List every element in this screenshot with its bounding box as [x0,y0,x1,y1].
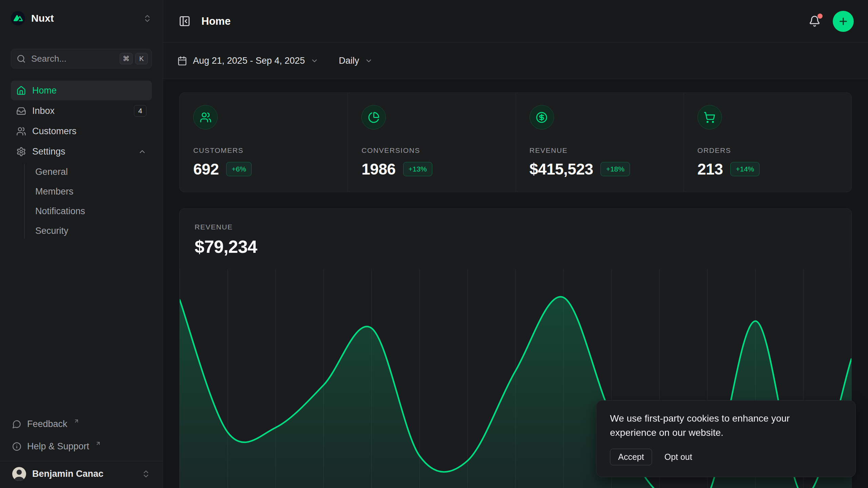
workspace-name: Nuxt [31,13,137,24]
chevrons-up-down-icon [143,14,152,23]
sidebar-item-home[interactable]: Home [11,81,152,100]
sidebar-item-security[interactable]: Security [11,221,152,241]
collapse-sidebar-button[interactable] [177,14,192,28]
dollar-circle-icon [530,105,554,129]
search-input[interactable]: Search... ⌘ K [11,49,152,68]
sidebar-item-general[interactable]: General [11,162,152,182]
sidebar-spacer [11,241,152,414]
cookie-message: We use first-party cookies to enhance yo… [610,411,827,440]
stats-grid: CUSTOMERS 692 +6% CONVERSIONS 1986 +13% [179,93,852,192]
cookie-banner: We use first-party cookies to enhance yo… [596,400,856,477]
sub-item-label: Members [35,186,74,197]
stat-card-revenue[interactable]: REVENUE $415,523 +18% [516,93,684,192]
stat-value: 213 [697,160,723,178]
user-menu[interactable]: Benjamin Canac [11,461,152,488]
chevron-down-icon [311,57,318,65]
date-range-picker[interactable]: Aug 21, 2025 - Sep 4, 2025 [177,56,318,66]
page-title: Home [201,15,231,27]
stat-delta-badge: +13% [403,162,432,176]
notification-dot [817,14,823,19]
inbox-count-badge: 4 [134,105,146,117]
pie-chart-icon [361,105,386,129]
optout-cookies-button[interactable]: Opt out [664,452,692,462]
shopping-cart-icon [697,105,722,129]
sidebar-item-label: Inbox [32,106,55,116]
sidebar-item-label: Settings [32,146,65,157]
sub-item-label: General [35,167,68,177]
users-icon [16,126,26,136]
sidebar-item-label: Customers [32,126,77,137]
kbd-k: K [135,53,148,64]
search-shortcut: ⌘ K [120,53,148,64]
chevrons-up-down-icon [141,469,151,479]
stat-label: REVENUE [530,146,670,155]
chevron-up-icon [138,147,146,156]
sub-item-label: Notifications [35,206,85,217]
cookie-actions: Accept Opt out [610,449,842,465]
help-support-label: Help & Support [27,441,89,452]
user-name: Benjamin Canac [32,469,135,479]
message-bubble-icon [12,420,21,429]
sidebar-item-inbox[interactable]: Inbox 4 [11,101,152,121]
sidebar-nav: Home Inbox 4 Customers Settings [11,81,152,241]
sidebar-item-notifications[interactable]: Notifications [11,201,152,221]
stat-value: 1986 [361,160,395,178]
nuxt-logo-icon [11,11,25,25]
help-support-link[interactable]: Help & Support [11,436,152,456]
topbar-actions [807,11,854,32]
filter-toolbar: Aug 21, 2025 - Sep 4, 2025 Daily [163,43,868,79]
external-link-icon [74,418,79,424]
chevron-down-icon [365,57,373,65]
calendar-icon [177,56,187,66]
chart-header: REVENUE $79,234 [180,209,851,257]
stat-label: CUSTOMERS [193,146,334,155]
sidebar-item-settings[interactable]: Settings [11,142,152,161]
stat-delta-badge: +18% [600,162,630,176]
stat-label: CONVERSIONS [361,146,502,155]
granularity-value: Daily [339,56,359,66]
feedback-link[interactable]: Feedback [11,414,152,434]
plus-icon [838,16,849,27]
notifications-button[interactable] [807,14,822,28]
sidebar: Nuxt Search... ⌘ K Home [0,0,163,488]
kbd-meta: ⌘ [120,53,133,64]
info-circle-icon [12,442,21,451]
granularity-select[interactable]: Daily [339,56,373,66]
users-icon [193,105,218,129]
panel-left-close-icon [179,15,191,27]
sidebar-item-members[interactable]: Members [11,182,152,201]
workspace-switcher[interactable]: Nuxt [11,9,152,27]
inbox-icon [16,106,26,116]
avatar [12,467,26,481]
stat-card-orders[interactable]: ORDERS 213 +14% [684,93,851,192]
topbar: Home [163,0,868,43]
stat-delta-badge: +14% [730,162,760,176]
add-button[interactable] [833,11,854,32]
search-placeholder: Search... [31,54,114,64]
chart-total-value: $79,234 [195,237,836,257]
settings-subnav: General Members Notifications Security [11,162,152,241]
external-link-icon [95,441,101,446]
accept-cookies-button[interactable]: Accept [610,449,652,465]
sidebar-footer-links: Feedback Help & Support [11,414,152,461]
sidebar-item-customers[interactable]: Customers [11,121,152,141]
home-icon [16,86,26,96]
stat-card-customers[interactable]: CUSTOMERS 692 +6% [180,93,348,192]
search-icon [17,54,26,63]
date-range-value: Aug 21, 2025 - Sep 4, 2025 [193,56,305,66]
stat-value: $415,523 [530,160,593,178]
chart-title: REVENUE [195,223,836,231]
stat-value: 692 [193,160,219,178]
feedback-label: Feedback [27,419,67,429]
stat-delta-badge: +6% [226,162,252,176]
sub-item-label: Security [35,226,68,236]
sidebar-item-label: Home [32,85,57,96]
stat-card-conversions[interactable]: CONVERSIONS 1986 +13% [348,93,515,192]
gear-icon [16,147,26,157]
stat-label: ORDERS [697,146,838,155]
